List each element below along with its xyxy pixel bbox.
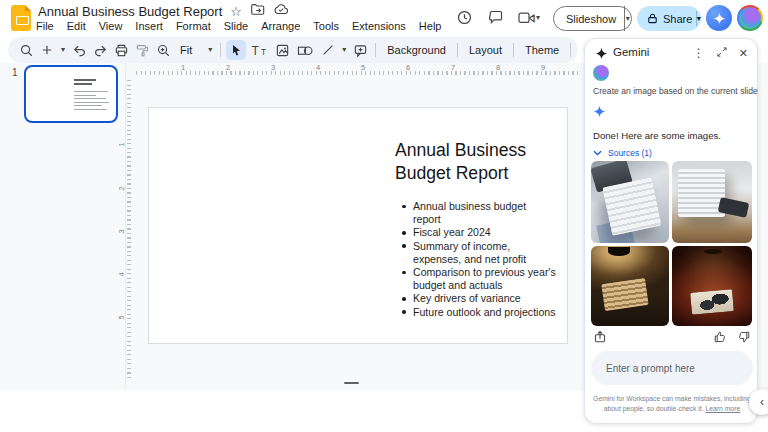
gemini-button[interactable] [706,5,732,31]
chevron-left-icon: ‹ [760,395,764,409]
search-menus-icon[interactable] [16,40,36,60]
share-caret-icon[interactable]: ▾ [697,15,701,23]
expand-panel-icon[interactable] [716,44,728,62]
zoom-in-icon[interactable] [153,40,173,60]
slide-thumbnail[interactable] [24,65,118,123]
zoom-fit-label[interactable]: Fit [174,44,198,56]
gemini-logo-icon [595,46,608,64]
lock-icon [637,12,659,25]
menu-help[interactable]: Help [419,20,442,32]
gemini-spark-icon [713,12,726,25]
generated-image-4[interactable] [672,246,752,326]
divider [513,43,514,57]
insert-line-icon[interactable] [318,40,338,60]
menu-edit[interactable]: Edit [67,20,86,32]
bullet-item: Future outlook and projections [400,306,558,319]
ruler-ticks [136,71,580,75]
menu-arrange[interactable]: Arrange [261,20,300,32]
slideshow-button[interactable]: Slideshow ▾ [553,6,632,31]
paint-format-icon[interactable] [132,40,152,60]
cloud-saved-icon[interactable] [273,2,289,20]
theme-button[interactable]: Theme [519,44,565,56]
slide-canvas[interactable]: Annual Business Budget Report Annual bus… [148,107,568,344]
thumb-bullet-line [74,95,96,96]
close-panel-icon[interactable]: ✕ [739,47,748,60]
print-icon[interactable] [111,40,131,60]
menu-format[interactable]: Format [176,20,211,32]
sources-toggle[interactable]: Sources (1) [593,148,652,158]
insert-shape-icon[interactable] [293,40,317,60]
prompt-placeholder: Enter a prompt here [606,363,695,374]
star-icon[interactable]: ☆ [230,5,242,18]
divider [375,43,376,57]
thumb-title-line [74,79,96,81]
menu-file[interactable]: File [36,20,54,32]
gemini-response-spark-icon [593,104,606,122]
new-slide-icon[interactable] [37,40,57,60]
ruler-ticks [127,80,131,380]
title-row: Annual Business Budget Report ☆ [38,3,289,19]
menu-extensions[interactable]: Extensions [352,20,406,32]
share-label: Share [659,13,696,25]
generated-image-3[interactable] [591,246,669,326]
panel-more-icon[interactable]: ⋮ [693,46,705,60]
undo-icon[interactable] [69,40,89,60]
menu-slide[interactable]: Slide [224,20,248,32]
thumb-bullet-line [74,109,107,110]
thumb-bullet-line [74,102,109,103]
collapse-side-panel-button[interactable]: ‹ [749,389,768,415]
text-box-icon[interactable]: TT [247,40,271,60]
thumbs-down-icon[interactable] [737,330,751,348]
menu-bar: File Edit View Insert Format Slide Arran… [36,20,441,32]
caret-down-icon: ▾ [536,14,540,22]
slide-body-text[interactable]: Annual business budgetreport Fiscal year… [400,200,558,319]
notes-resize-handle[interactable] [344,382,359,384]
document-title[interactable]: Annual Business Budget Report [38,4,222,19]
meet-camera-icon[interactable]: ▾ [514,8,544,28]
menu-view[interactable]: View [99,20,123,32]
slides-app-icon[interactable] [11,5,31,31]
svg-text:T: T [261,47,266,57]
divider [570,43,571,57]
svg-text:T: T [251,44,259,58]
select-tool-icon[interactable] [226,40,246,60]
comments-icon[interactable] [486,7,506,27]
chevron-down-icon [593,150,602,156]
redo-icon[interactable] [90,40,110,60]
insert-image-icon[interactable] [272,40,292,60]
line-caret-icon[interactable]: ▾ [342,46,346,54]
insert-comment-icon[interactable] [350,40,370,60]
slide-title[interactable]: Annual Business Budget Report [395,139,526,185]
horizontal-ruler: 1 2 3 4 5 6 7 8 9 [128,63,580,76]
generated-image-1[interactable] [591,161,669,243]
thumb-bullet-line [74,98,106,99]
gemini-prompt-input[interactable]: Enter a prompt here [591,351,753,385]
slideshow-caret-icon[interactable]: ▾ [625,15,631,23]
bullet-item: Annual business budgetreport [400,200,558,226]
new-slide-caret-icon[interactable]: ▾ [61,46,65,54]
gemini-header-icons: ⋮ ✕ [693,44,748,62]
slideshow-label: Slideshow [554,13,624,25]
menu-insert[interactable]: Insert [135,20,163,32]
slide-number: 1 [12,67,18,78]
background-button[interactable]: Background [381,44,452,56]
learn-more-link[interactable]: Learn more [705,405,740,412]
share-button[interactable]: Share ▾ [637,6,701,31]
layout-button[interactable]: Layout [463,44,508,56]
response-actions [593,330,751,346]
account-avatar[interactable] [737,5,763,31]
divider [457,43,458,57]
insert-image-action-icon[interactable] [593,330,607,348]
generated-image-2[interactable] [672,161,752,243]
thumb-bullet-line [74,91,108,92]
thumbs-up-icon[interactable] [713,330,727,348]
bullet-item: Key drivers of variance [400,292,558,305]
bullet-item: Comparison to previous year'sbudget and … [400,266,558,292]
menu-tools[interactable]: Tools [313,20,339,32]
version-history-icon[interactable] [454,7,474,27]
vertical-ruler: 1 2 3 4 5 [119,80,132,380]
bullet-item: Summary of income,expenses, and net prof… [400,240,558,266]
fit-caret-icon[interactable]: ▾ [208,46,212,54]
move-folder-icon[interactable] [250,2,265,21]
bullet-item: Fiscal year 2024 [400,226,558,239]
